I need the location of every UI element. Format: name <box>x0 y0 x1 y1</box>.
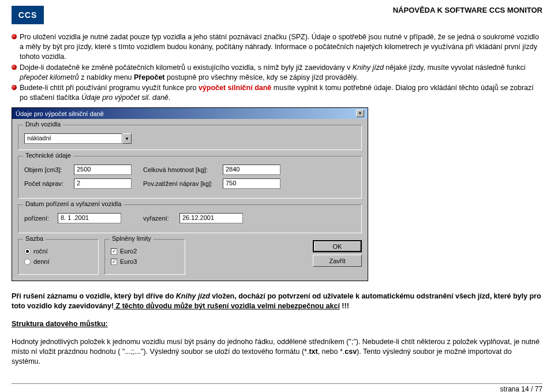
close-icon[interactable]: × <box>356 110 364 117</box>
s-d: csv <box>345 348 357 356</box>
warn-e: !!! <box>340 302 349 310</box>
fieldset-sazba: Sazba roční denní <box>18 239 99 275</box>
p2-italic-knihy: Knihy jízd <box>353 64 384 72</box>
p2-text-e: z nabídky menu <box>79 73 134 81</box>
celkova-input[interactable]: 2840 <box>223 165 280 175</box>
p3-text-a: Budete-li chtít při používání programu v… <box>20 84 199 92</box>
objem-label: Objem [cm3]: <box>24 166 69 173</box>
legend-datum: Datum pořízení a vyřazení vozidla <box>23 200 123 207</box>
ok-button-label: OK <box>314 241 361 251</box>
struktura-heading: Struktura datového můstku: <box>12 319 542 329</box>
paragraph-2: Dojde-li dodatečně ke změně počátečních … <box>12 63 542 83</box>
dialog-title: Údaje pro výpočet silniční daně <box>16 110 104 117</box>
radio-icon <box>24 248 31 255</box>
p3-text-e: . <box>169 94 170 102</box>
fieldset-technicke-udaje: Technické údaje Objem [cm3]: 2500 Celkov… <box>18 156 362 199</box>
warning-note: Při rušení záznamu o vozidle, který byl … <box>12 292 542 311</box>
paragraph-1: Pro uložení vozidla je nutné zadat pouze… <box>12 32 542 62</box>
fieldset-druh-vozidla: Druh vozidla nákladní ▼ <box>18 125 362 150</box>
p3-italic-udaje: Údaje pro výpočet sil. daně <box>81 94 169 102</box>
fieldset-limity: Splněny limity ✓ Euro2 ✓ Euro3 <box>104 239 185 275</box>
check-euro3[interactable]: ✓ Euro3 <box>111 258 179 265</box>
warn-a: Při rušení záznamu o vozidle, který byl … <box>12 292 176 300</box>
fieldset-datum: Datum pořízení a vyřazení vozidla poříze… <box>18 204 362 233</box>
porizeni-input[interactable]: 8. 1 .2001 <box>58 213 121 223</box>
page-number: strana 14 / 77 <box>12 385 542 392</box>
pocet-input[interactable]: 2 <box>74 178 132 189</box>
struktura-heading-text: Struktura datového můstku: <box>12 320 108 328</box>
paragraph-3: Budete-li chtít při používání programu v… <box>12 83 542 103</box>
legend-druh-vozidla: Druh vozidla <box>23 121 63 128</box>
pov-input[interactable]: 750 <box>223 178 280 189</box>
logo: CCS <box>12 6 44 24</box>
radio-denni-label: denní <box>33 258 50 265</box>
druh-vozidla-select[interactable]: nákladní <box>24 133 122 144</box>
check-euro2-label: Euro2 <box>120 248 137 255</box>
s-c: , nebo *. <box>318 348 345 356</box>
radio-icon <box>24 259 31 265</box>
celkova-label: Celková hmotnost [kg]: <box>143 166 218 173</box>
checkbox-icon: ✓ <box>111 259 117 265</box>
legend-limity: Splněny limity <box>110 235 154 242</box>
p2-italic-prepocet: přepočet kilometrů <box>20 73 79 81</box>
legend-technicke: Technické údaje <box>23 152 73 159</box>
dialog-titlebar: Údaje pro výpočet silniční daně × <box>12 108 368 119</box>
checkbox-icon: ✓ <box>111 248 117 255</box>
s-b: txt <box>309 348 317 356</box>
warn-b: Knihy jízd <box>176 292 210 300</box>
porizeni-label: pořízení: <box>24 215 53 222</box>
objem-input[interactable]: 2500 <box>74 165 132 175</box>
radio-rocni-label: roční <box>33 248 47 255</box>
legend-sazba: Sazba <box>23 235 46 242</box>
struktura-body: Hodnoty jednotlivých položek k jednomu v… <box>12 337 542 367</box>
p3-red-vypocet: výpočet silniční daně <box>199 84 274 92</box>
ok-button[interactable]: OK <box>313 240 362 252</box>
p2-text-a: Dojde-li dodatečně ke změně počátečních … <box>20 64 353 72</box>
chevron-down-icon[interactable]: ▼ <box>122 133 132 144</box>
page-header-title: NÁPOVĚDA K SOFTWARE CCS MONITOR <box>393 6 542 14</box>
p2-text-g: postupně pro všechny měsíce, kdy se zápi… <box>165 73 358 81</box>
vyrazeni-input[interactable]: 26.12.2001 <box>179 213 243 223</box>
warn-d: Z těchto důvodu může být rušení vozidla … <box>114 302 340 310</box>
p2-bold-prepocet: Přepočet <box>134 73 165 81</box>
paragraph-1-text: Pro uložení vozidla je nutné zadat pouze… <box>20 33 539 61</box>
p2-text-c: nějaké jízdy, musíte vyvolat následně fu… <box>384 64 526 72</box>
dialog-silnicni-dan: Údaje pro výpočet silniční daně × Druh v… <box>12 107 368 281</box>
pocet-label: Počet náprav: <box>24 180 69 187</box>
check-euro3-label: Euro3 <box>120 258 137 265</box>
radio-rocni[interactable]: roční <box>24 248 92 255</box>
page-footer: strana 14 / 77 <box>12 383 542 392</box>
pov-label: Pov.zatížení náprav [kg]: <box>143 180 218 187</box>
radio-denni[interactable]: denní <box>24 258 92 265</box>
vyrazeni-label: vyřazení: <box>143 215 175 222</box>
zavrit-button[interactable]: Zavřít <box>313 255 362 267</box>
check-euro2[interactable]: ✓ Euro2 <box>111 248 179 255</box>
